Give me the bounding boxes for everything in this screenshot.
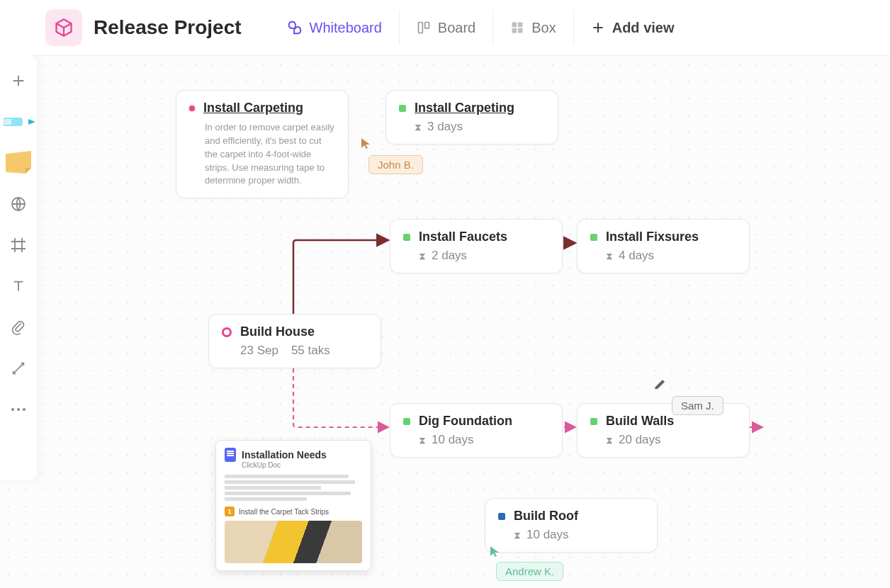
card-duration: 20 days (619, 433, 661, 447)
doc-step-number: 1 (225, 507, 235, 516)
card-title: Install Carpeting (203, 101, 303, 115)
svg-rect-4 (512, 28, 517, 33)
tab-label: Add view (612, 20, 675, 36)
remote-cursor-pencil-icon (653, 376, 666, 389)
doc-title: Installation Needs (242, 449, 327, 460)
tab-label: Box (531, 20, 556, 36)
svg-point-10 (11, 408, 14, 411)
doc-icon (225, 448, 236, 462)
remote-cursor-andrew: Andrew K. (496, 562, 563, 581)
card-date: 23 Sep (240, 344, 278, 358)
remote-cursor-sam: Sam J. (672, 396, 723, 415)
card-title: Install Faucets (419, 230, 507, 244)
embedded-doc-card[interactable]: Installation Needs ClickUp Doc 1 Install… (215, 440, 371, 571)
card-install-fixtures[interactable]: Install Fixsures ⧗ 4 days (577, 219, 750, 273)
card-title: Build Roof (514, 509, 578, 524)
attachment-tool[interactable] (6, 315, 31, 340)
frame-tool[interactable] (6, 232, 31, 258)
doc-subtitle: ClickUp Doc (242, 461, 362, 469)
hourglass-icon: ⧗ (514, 529, 521, 541)
status-dot-icon (403, 234, 410, 241)
hourglass-icon: ⧗ (419, 434, 426, 446)
tab-add-view[interactable]: Add view (573, 11, 692, 45)
card-title: Build Walls (606, 414, 674, 429)
card-duration: 10 days (432, 433, 474, 447)
project-icon (45, 9, 82, 46)
hourglass-icon: ⧗ (419, 250, 426, 262)
card-duration: 4 days (619, 249, 654, 263)
status-dot-icon (189, 106, 195, 111)
svg-point-11 (17, 408, 20, 411)
doc-step-label: Install the Carpet Tack Strips (239, 508, 329, 516)
card-install-faucets[interactable]: Install Faucets ⧗ 2 days (390, 219, 563, 273)
svg-point-12 (23, 408, 26, 411)
svg-rect-5 (518, 28, 523, 33)
connector-tool[interactable] (6, 356, 31, 381)
remote-cursor-icon (360, 137, 371, 149)
status-ring-icon (222, 327, 232, 337)
svg-rect-2 (512, 23, 517, 28)
card-title: Install Fixsures (606, 230, 699, 244)
status-dot-icon (590, 234, 597, 241)
remote-cursor-john: John B. (368, 155, 423, 174)
card-build-walls[interactable]: Build Walls ⧗ 20 days (577, 403, 750, 458)
project-title: Release Project (94, 16, 242, 39)
hourglass-icon: ⧗ (415, 121, 422, 133)
tab-box[interactable]: Box (492, 11, 573, 45)
card-tasks-count: 55 taks (291, 344, 330, 358)
add-tool[interactable] (6, 68, 31, 94)
card-install-carpeting-task[interactable]: Install Carpeting ⧗ 3 days (385, 90, 558, 145)
card-title: Build House (240, 324, 315, 339)
card-title: Dig Foundation (419, 414, 512, 429)
card-install-carpeting-note[interactable]: Install Carpeting In order to remove car… (176, 90, 349, 198)
board-icon (417, 21, 431, 35)
card-build-roof[interactable]: Build Roof ⧗ 10 days (485, 498, 658, 553)
tab-label: Board (438, 20, 475, 36)
status-dot-icon (403, 418, 410, 425)
sticky-note-tool[interactable] (0, 150, 37, 176)
more-tool[interactable] (6, 397, 31, 422)
doc-image-preview (225, 521, 362, 563)
svg-rect-3 (518, 23, 523, 28)
tab-label: Whiteboard (310, 20, 382, 36)
plus-icon (591, 21, 605, 35)
hourglass-icon: ⧗ (606, 250, 613, 262)
status-dot-icon (399, 105, 406, 112)
svg-rect-7 (3, 119, 11, 125)
view-tabs: Whiteboard Board Box (270, 0, 692, 55)
app-header: Release Project Whiteboard Board (0, 0, 890, 55)
whiteboard-toolbar (0, 55, 37, 480)
tab-whiteboard[interactable]: Whiteboard (270, 11, 399, 45)
card-duration: 10 days (526, 528, 569, 542)
whiteboard-canvas[interactable]: Install Carpeting In order to remove car… (0, 55, 890, 588)
card-description: In order to remove carpet easily and eff… (205, 121, 335, 188)
card-duration: 3 days (427, 120, 463, 134)
doc-step: 1 Install the Carpet Tack Strips (225, 507, 362, 516)
svg-marker-8 (28, 119, 35, 125)
text-tool[interactable] (6, 273, 31, 299)
card-title: Install Carpeting (415, 101, 514, 115)
card-build-house[interactable]: Build House 23 Sep 55 taks (208, 314, 381, 368)
doc-body-preview (225, 475, 362, 501)
remote-cursor-icon (489, 545, 500, 558)
tab-board[interactable]: Board (399, 11, 492, 45)
web-tool[interactable] (6, 191, 31, 217)
highlighter-tool[interactable] (0, 109, 37, 135)
card-duration: 2 days (432, 249, 467, 263)
svg-rect-0 (418, 23, 422, 33)
hourglass-icon: ⧗ (606, 434, 613, 446)
svg-rect-1 (425, 23, 429, 28)
whiteboard-icon (287, 20, 303, 35)
status-dot-icon (498, 513, 505, 520)
box-icon (510, 21, 524, 35)
status-dot-icon (590, 418, 597, 425)
card-dig-foundation[interactable]: Dig Foundation ⧗ 10 days (390, 403, 563, 458)
